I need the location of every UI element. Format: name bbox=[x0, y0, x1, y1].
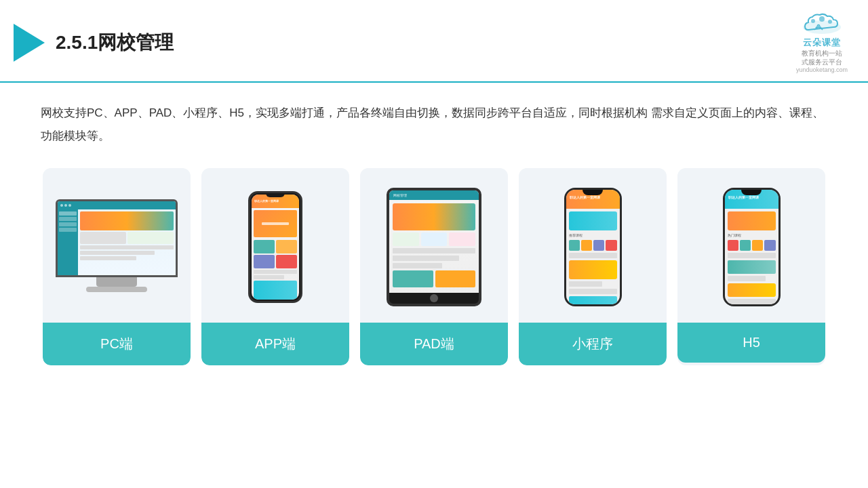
page-title: 2.5.1网校管理 bbox=[56, 30, 174, 56]
app-image-area: 职达人的第一堂网课 bbox=[210, 179, 341, 314]
pad-tablet-icon: 网校管理 bbox=[387, 188, 481, 306]
pad-card: 网校管理 bbox=[360, 168, 508, 365]
app-label: APP端 bbox=[201, 323, 349, 365]
h5-phone-icon: 职达人的第一堂网课 热门课程 bbox=[723, 188, 781, 306]
h5-label: H5 bbox=[677, 323, 825, 363]
main-content: 网校支持PC、APP、PAD、小程序、H5，实现多端打通，产品各终端自由切换，数… bbox=[0, 83, 868, 379]
brand-domain: yunduoketang.com bbox=[796, 66, 848, 73]
svg-point-3 bbox=[828, 20, 832, 24]
brand-cloud-icon bbox=[798, 12, 846, 37]
mini-program-phone-icon: 职达人的第一堂网课 推荐课程 bbox=[564, 188, 622, 306]
app-phone-icon: 职达人的第一堂网课 bbox=[248, 191, 302, 303]
device-cards-container: PC端 职达人的第一堂网课 bbox=[41, 168, 827, 365]
logo-triangle-icon bbox=[14, 24, 45, 62]
svg-point-2 bbox=[819, 16, 825, 22]
mini-program-card: 职达人的第一堂网课 推荐课程 bbox=[519, 168, 667, 365]
pc-monitor-icon bbox=[56, 199, 178, 294]
header: 2.5.1网校管理 云朵课堂 教育机构一站式服务云平台 yunduoketang… bbox=[0, 0, 868, 83]
h5-card: 职达人的第一堂网课 热门课程 bbox=[677, 168, 825, 365]
mini-program-image-area: 职达人的第一堂网课 推荐课程 bbox=[527, 179, 658, 314]
description-text: 网校支持PC、APP、PAD、小程序、H5，实现多端打通，产品各终端自由切换，数… bbox=[41, 102, 827, 148]
brand-name: 云朵课堂 bbox=[803, 37, 841, 49]
svg-point-1 bbox=[811, 19, 815, 23]
pc-label: PC端 bbox=[43, 323, 191, 365]
header-left: 2.5.1网校管理 bbox=[14, 24, 174, 62]
pc-card: PC端 bbox=[43, 168, 191, 365]
pad-label: PAD端 bbox=[360, 323, 508, 365]
h5-image-area: 职达人的第一堂网课 热门课程 bbox=[686, 179, 817, 314]
app-card: 职达人的第一堂网课 bbox=[201, 168, 349, 365]
mini-label: 小程序 bbox=[519, 323, 667, 365]
pc-image-area bbox=[51, 179, 182, 314]
brand-logo: 云朵课堂 教育机构一站式服务云平台 yunduoketang.com bbox=[796, 12, 848, 73]
brand-sub: 教育机构一站式服务云平台 bbox=[802, 49, 842, 66]
pad-image-area: 网校管理 bbox=[368, 179, 500, 314]
